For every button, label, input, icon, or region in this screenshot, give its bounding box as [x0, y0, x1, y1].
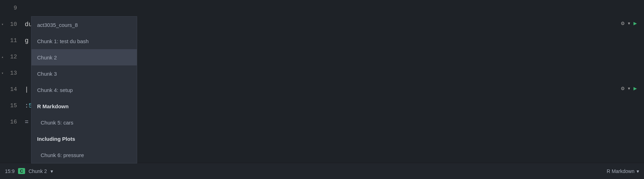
- fold-arrow-13[interactable]: ▾: [1, 71, 4, 75]
- toolbar-line10: ⚙ ▾ ▶: [621, 20, 637, 27]
- dropdown-item-including-plots[interactable]: Including Plots: [31, 131, 137, 147]
- status-chunk-badge: C: [18, 168, 25, 174]
- down-arrow-icon[interactable]: ▾: [627, 20, 631, 27]
- line-number-9: 9: [0, 0, 21, 16]
- status-chunk-name: Chunk 2: [29, 168, 47, 174]
- line-number-13: ▾ 13: [0, 65, 21, 81]
- status-chunk-chevron[interactable]: ▾: [51, 168, 53, 174]
- status-mode-chevron[interactable]: ▾: [637, 168, 639, 174]
- gear-icon[interactable]: ⚙: [621, 20, 625, 27]
- dropdown-item-chunk5[interactable]: Chunk 5: cars: [31, 114, 137, 131]
- down-arrow-icon-2[interactable]: ▾: [627, 85, 631, 92]
- dropdown-item-rmarkdown[interactable]: R Markdown: [31, 98, 137, 114]
- dropdown-menu[interactable]: act3035_cours_8 Chunk 1: test du bash Ch…: [31, 16, 137, 163]
- dropdown-item-chunk4[interactable]: Chunk 4: setup: [31, 82, 137, 98]
- line-numbers: 9 ▾ 10 11 ▴ 12 ▾ 13 14 15 16: [0, 0, 21, 163]
- play-icon-2[interactable]: ▶: [633, 85, 637, 92]
- status-bar: 15:9 C Chunk 2 ▾ R Markdown ▾: [0, 163, 644, 179]
- dropdown-item-chunk3[interactable]: Chunk 3: [31, 65, 137, 82]
- play-icon[interactable]: ▶: [633, 20, 637, 27]
- line-number-16: 16: [0, 114, 21, 130]
- status-left: 15:9 C Chunk 2 ▾: [5, 168, 53, 174]
- status-position: 15:9: [5, 168, 14, 174]
- toolbar-line13: ⚙ ▾ ▶: [621, 85, 637, 92]
- dropdown-item-chunk2[interactable]: Chunk 2: [31, 49, 137, 65]
- line-number-15: 15: [0, 98, 21, 114]
- line-number-14: 14: [0, 81, 21, 98]
- gear-icon-2[interactable]: ⚙: [621, 85, 625, 92]
- fold-arrow-12[interactable]: ▴: [1, 55, 4, 59]
- dropdown-item-chunk6[interactable]: Chunk 6: pressure: [31, 147, 137, 163]
- code-line-9: [21, 0, 644, 16]
- dropdown-item-chunk1[interactable]: Chunk 1: test du bash: [31, 33, 137, 49]
- fold-arrow-10[interactable]: ▾: [1, 22, 4, 27]
- line-number-10: ▾ 10: [0, 16, 21, 33]
- line-number-11: 11: [0, 33, 21, 49]
- editor-area: 9 ▾ 10 11 ▴ 12 ▾ 13 14 15 16: [0, 0, 644, 163]
- status-mode: R Markdown: [607, 168, 634, 174]
- line-number-12: ▴ 12: [0, 49, 21, 65]
- status-right: R Markdown ▾: [607, 168, 639, 174]
- dropdown-item-top[interactable]: act3035_cours_8: [31, 17, 137, 33]
